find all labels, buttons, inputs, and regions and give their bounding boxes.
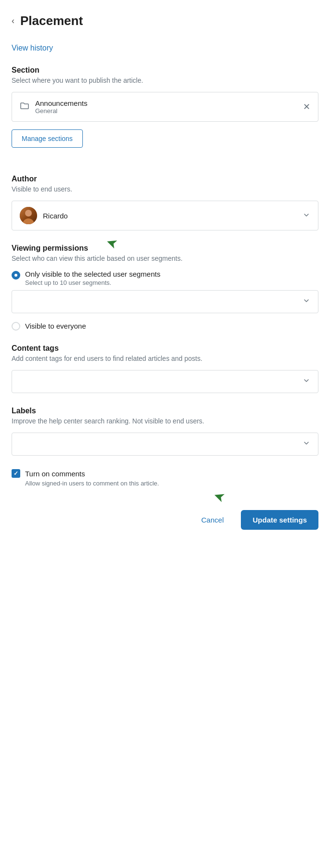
radio-segments-text: Only visible to the selected user segmen… <box>25 270 160 286</box>
cancel-button[interactable]: Cancel <box>194 511 232 529</box>
labels-dropdown[interactable] <box>12 433 318 456</box>
update-settings-button[interactable]: Update settings <box>241 510 318 530</box>
section-item-text: Announcements General <box>35 99 87 115</box>
segments-chevron-icon <box>303 297 310 306</box>
section-block: Section Select where you want to publish… <box>12 66 318 163</box>
content-tags-block: Content tags Add content tags for end us… <box>12 344 318 393</box>
radio-segments-label: Only visible to the selected user segmen… <box>25 270 160 278</box>
radio-option-segments[interactable]: Only visible to the selected user segmen… <box>12 270 318 286</box>
radio-option-everyone[interactable]: Visible to everyone <box>12 321 318 331</box>
avatar-image <box>20 207 37 224</box>
section-item-title: Announcements <box>35 99 87 107</box>
section-selected-item[interactable]: Announcements General ✕ <box>12 92 318 122</box>
author-label: Author <box>12 175 318 183</box>
radio-everyone-label: Visible to everyone <box>25 322 86 330</box>
section-item-subtitle: General <box>35 107 87 115</box>
labels-chevron-icon <box>303 439 310 449</box>
folder-icon <box>20 101 29 113</box>
viewing-permissions-block: Viewing permissions ➤ Select who can vie… <box>12 244 318 331</box>
radio-everyone[interactable] <box>12 322 20 331</box>
comments-checkbox[interactable]: ✓ <box>12 469 20 478</box>
page-container: ‹ Placement View history Section Select … <box>0 0 330 549</box>
author-block: Author Visible to end users. Ricardo <box>12 175 318 230</box>
checkbox-check-icon: ✓ <box>13 470 18 477</box>
content-tags-dropdown[interactable] <box>12 370 318 393</box>
avatar <box>20 207 37 224</box>
comments-block: ✓ Turn on comments Allow signed-in users… <box>12 469 318 487</box>
manage-sections-button[interactable]: Manage sections <box>12 129 83 148</box>
section-item-left: Announcements General <box>20 99 87 115</box>
arrow-indicator-1: ➤ <box>104 234 119 253</box>
chevron-down-icon <box>303 211 310 220</box>
radio-segments-sublabel: Select up to 10 user segments. <box>25 279 160 286</box>
viewing-permissions-label: Viewing permissions <box>12 244 88 253</box>
radio-segments[interactable] <box>12 271 20 280</box>
author-description: Visible to end users. <box>12 185 318 193</box>
remove-section-button[interactable]: ✕ <box>303 102 310 112</box>
content-tags-description: Add content tags for end users to find r… <box>12 355 318 362</box>
page-title: Placement <box>20 13 83 28</box>
tags-chevron-icon <box>303 377 310 386</box>
author-name: Ricardo <box>43 212 68 220</box>
labels-label: Labels <box>12 407 318 415</box>
arrow-indicator-2: ➤ <box>211 487 227 506</box>
comments-checkbox-row[interactable]: ✓ Turn on comments <box>12 469 318 478</box>
labels-block: Labels Improve the help center search ra… <box>12 407 318 456</box>
view-history-link[interactable]: View history <box>12 44 318 52</box>
section-label: Section <box>12 66 318 75</box>
header: ‹ Placement <box>12 10 318 28</box>
back-button[interactable]: ‹ <box>12 16 14 26</box>
footer-actions: ➤ Cancel Update settings <box>12 506 318 530</box>
comments-checkbox-label: Turn on comments <box>25 470 85 478</box>
section-description: Select where you want to publish the art… <box>12 77 318 84</box>
segments-dropdown[interactable] <box>12 290 318 313</box>
comments-sublabel: Allow signed-in users to comment on this… <box>25 480 318 487</box>
labels-description: Improve the help center search ranking. … <box>12 417 318 425</box>
author-dropdown[interactable]: Ricardo <box>12 201 318 230</box>
author-left: Ricardo <box>20 207 68 224</box>
content-tags-label: Content tags <box>12 344 318 353</box>
viewing-permissions-description: Select who can view this article based o… <box>12 255 318 262</box>
radio-everyone-text: Visible to everyone <box>25 322 86 330</box>
